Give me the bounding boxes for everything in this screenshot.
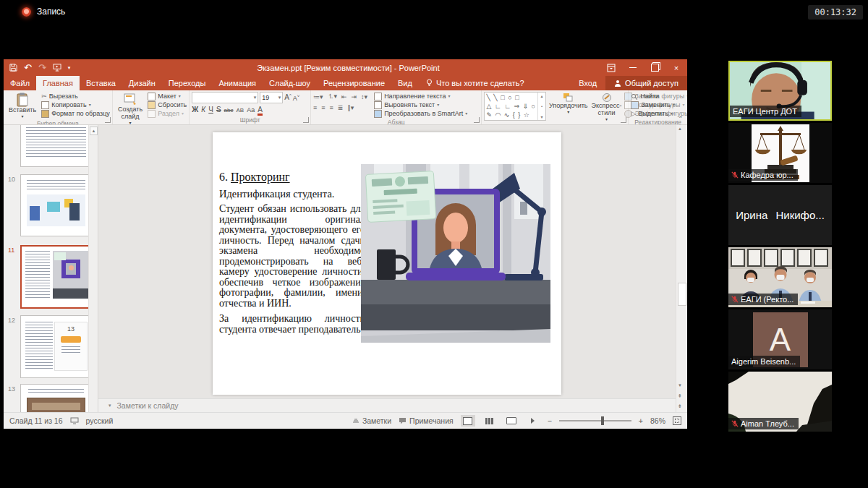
start-slideshow-icon[interactable] xyxy=(53,64,61,72)
qat-customize-icon[interactable]: ▾ xyxy=(68,65,71,71)
tab-home[interactable]: Главная xyxy=(36,76,80,90)
arrange-button[interactable]: Упорядочить▾ xyxy=(548,92,589,115)
slide-scrollbar[interactable]: ▲ ▼ ⇞ ⇟ xyxy=(676,125,687,412)
shapes-gallery[interactable]: ╲ ╲ □ ○ □ △ ∟ ∟ ⇒ ⇓ ○ ✎ ◠ ∿ { } ☆ ▴•▾ xyxy=(484,92,546,121)
tab-file[interactable]: Файл xyxy=(4,76,36,90)
collapse-ribbon-icon[interactable]: ⌃ xyxy=(678,116,683,122)
decrease-indent-button[interactable]: ⇤ xyxy=(341,93,347,100)
find-button[interactable]: Найти xyxy=(631,93,685,100)
new-slide-button[interactable]: Создать слайд▾ xyxy=(115,92,145,125)
bullets-button[interactable]: ≔▾ xyxy=(313,93,323,100)
close-button[interactable]: × xyxy=(665,59,687,76)
font-dialog-launcher[interactable] xyxy=(303,117,309,123)
strikethrough-button[interactable]: S xyxy=(216,106,221,114)
cut-button[interactable]: ✂Вырезать xyxy=(41,93,110,100)
zoom-in-button[interactable]: + xyxy=(639,416,643,425)
minimize-button[interactable] xyxy=(622,59,644,76)
smartart-button[interactable]: Преобразовать в SmartArt▾ xyxy=(374,110,467,118)
previous-slide-button[interactable]: ⇞ xyxy=(678,393,682,399)
paragraph-dialog-launcher[interactable] xyxy=(474,117,480,123)
next-slide-button[interactable]: ⇟ xyxy=(678,403,682,409)
fit-slide-button[interactable] xyxy=(673,416,681,425)
slideshow-view-button[interactable] xyxy=(526,415,540,427)
quick-styles-button[interactable]: Экспресс-стили▾ xyxy=(591,92,623,122)
scrollbar-thumb[interactable] xyxy=(678,283,686,306)
participant-tile-eagi-dot[interactable]: ЕАГИ Центр ДОТ xyxy=(728,61,832,121)
comments-toggle[interactable]: Примечания xyxy=(399,416,454,425)
thumbnail-slide-12[interactable]: 13 xyxy=(20,315,92,378)
thumbnail-slide-10[interactable] xyxy=(20,174,92,236)
language-indicator[interactable]: русский xyxy=(86,416,114,425)
zoom-slider-thumb[interactable] xyxy=(601,416,604,425)
slide-text-block[interactable]: 6. Прокторинг Идентификация студента. Ст… xyxy=(219,171,365,341)
paste-dropdown-icon[interactable]: ▾ xyxy=(22,114,24,119)
thumbnail-scrollbar[interactable]: ▲ xyxy=(88,125,98,412)
restore-button[interactable] xyxy=(644,59,665,76)
paste-button[interactable]: Вставить▾ xyxy=(6,92,39,119)
notes-pane[interactable]: ▾ Заметки к слайду xyxy=(98,398,676,412)
tab-design[interactable]: Дизайн xyxy=(122,76,162,90)
reading-view-button[interactable] xyxy=(504,415,519,427)
notes-toggle[interactable]: Заметки xyxy=(352,416,391,425)
increase-indent-button[interactable]: ⇥ xyxy=(352,93,357,100)
slide-11[interactable]: 6. Прокторинг Идентификация студента. Ст… xyxy=(213,132,561,395)
display-settings-icon[interactable] xyxy=(70,417,79,424)
change-case-button[interactable]: Аа xyxy=(247,106,255,114)
align-center-button[interactable]: ≡ xyxy=(321,104,325,111)
tell-me-box[interactable]: Что вы хотите сделать? xyxy=(419,76,532,90)
bold-button[interactable]: Ж xyxy=(192,106,198,114)
scroll-up-icon[interactable]: ▲ xyxy=(90,127,98,135)
italic-button[interactable]: К xyxy=(201,106,205,114)
replace-button[interactable]: Заменить▾ xyxy=(631,101,685,109)
align-right-button[interactable]: ≡ xyxy=(329,104,333,111)
sign-in-button[interactable]: Вход xyxy=(570,76,605,90)
tab-insert[interactable]: Вставка xyxy=(80,76,122,90)
thumbnail-slide-9[interactable] xyxy=(20,125,92,167)
drawing-dialog-launcher[interactable] xyxy=(621,117,626,123)
text-direction-button[interactable]: Направление текста▾ xyxy=(374,93,467,100)
columns-button[interactable]: ∥▾ xyxy=(347,104,354,111)
zoom-slider[interactable] xyxy=(559,420,631,421)
slide-sorter-view-button[interactable] xyxy=(482,415,497,427)
copy-button[interactable]: Копировать▾ xyxy=(41,101,110,109)
zoom-out-button[interactable]: − xyxy=(548,416,552,425)
align-text-button[interactable]: Выровнять текст▾ xyxy=(374,101,467,109)
scroll-down-icon[interactable]: ▼ xyxy=(678,383,682,388)
share-button[interactable]: Общий доступ xyxy=(605,76,687,90)
thumbnail-slide-13[interactable] xyxy=(20,384,92,412)
numbering-button[interactable]: ⒈▾ xyxy=(327,92,337,101)
undo-icon[interactable]: ↶ xyxy=(24,63,32,72)
tab-view[interactable]: Вид xyxy=(391,76,419,90)
participant-tile-aigerim[interactable]: A Aigerim Beisenb... xyxy=(728,309,832,369)
zoom-level[interactable]: 86% xyxy=(650,416,665,425)
select-button[interactable]: ▷Выделить▾ xyxy=(631,110,685,118)
justify-button[interactable]: ≣ xyxy=(338,104,344,111)
shapes-scroll[interactable]: ▴•▾ xyxy=(537,93,545,120)
notes-splitter-icon[interactable]: ▾ xyxy=(109,403,111,408)
scroll-up-icon[interactable]: ▲ xyxy=(678,127,682,131)
shrink-font-button[interactable]: А˅ xyxy=(293,94,300,102)
align-left-button[interactable]: ≡ xyxy=(313,104,317,111)
save-icon[interactable] xyxy=(9,64,17,72)
font-name-combo[interactable]: ▾ xyxy=(192,92,258,103)
abc-strike-button[interactable]: abc xyxy=(224,107,234,114)
font-color-button[interactable]: А xyxy=(258,106,263,116)
grow-font-button[interactable]: А^ xyxy=(284,93,292,101)
participant-tile-kafedra[interactable]: Кафедра юр... xyxy=(728,123,832,183)
ribbon-display-options-icon[interactable] xyxy=(600,59,622,76)
line-spacing-button[interactable]: ↕▾ xyxy=(361,93,367,100)
layout-button[interactable]: Макет▾ xyxy=(148,93,187,100)
thumbnail-slide-11-selected[interactable] xyxy=(20,245,93,309)
participant-tile-eagi-rector[interactable]: ЕАГИ (Ректо... xyxy=(728,247,832,307)
tab-review[interactable]: Рецензирование xyxy=(317,76,391,90)
tab-transitions[interactable]: Переходы xyxy=(162,76,213,90)
format-painter-button[interactable]: Формат по образцу xyxy=(41,110,110,118)
tab-animations[interactable]: Анимация xyxy=(212,76,263,90)
font-size-combo[interactable]: 19▾ xyxy=(260,92,283,103)
underline-button[interactable]: Ч xyxy=(208,106,213,114)
section-button[interactable]: Раздел▾ xyxy=(148,110,187,118)
tab-slideshow[interactable]: Слайд-шоу xyxy=(263,76,317,90)
reset-button[interactable]: Сбросить xyxy=(148,101,187,109)
normal-view-button[interactable] xyxy=(461,415,475,427)
char-spacing-button[interactable]: АВ xyxy=(237,107,244,114)
